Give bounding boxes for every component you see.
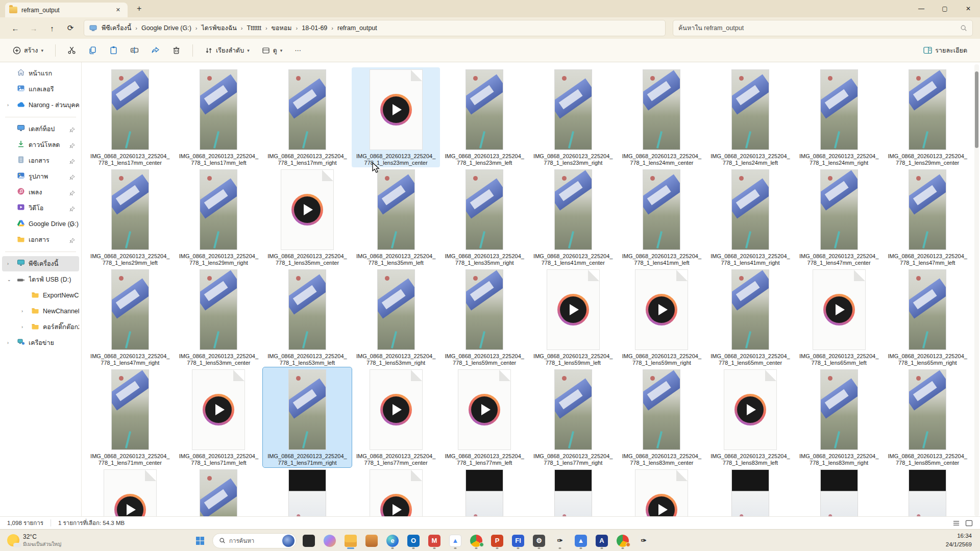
sidebar-item--[interactable]: ›เพลง [2, 185, 79, 200]
file-tile-778_1_lens71mm_right[interactable]: IMG_0868_20260123_225204_778_1_lens71mm_… [263, 367, 352, 467]
copy-button[interactable] [84, 42, 102, 58]
file-tile-778_1_lens83mm_center[interactable]: IMG_0868_20260123_225204_778_1_lens83mm_… [618, 367, 706, 467]
file-tile-778_1_lens23mm_center[interactable]: IMG_0868_20260123_225204_778_1_lens23mm_… [352, 67, 440, 167]
details-pane-button[interactable]: รายละเอียด [919, 42, 972, 59]
file-tile-778_1_lens53mm_center[interactable]: IMG_0868_20260123_225204_778_1_lens53mm_… [175, 267, 263, 367]
file-tile-778_1_lens83mm_left[interactable]: IMG_0868_20260123_225204_778_1_lens83mm_… [706, 367, 795, 467]
chevron-right-icon[interactable]: › [21, 324, 28, 330]
file-tile-778_1_lens53mm_left[interactable]: IMG_0868_20260123_225204_778_1_lens53mm_… [263, 267, 352, 367]
breadcrumb-item[interactable]: ไดรฟ์ของฉัน [198, 21, 240, 35]
sidebar-item-narong-[interactable]: ›Narong - ส่วนบุคคล [2, 97, 79, 113]
back-button[interactable]: ← [7, 20, 23, 36]
sidebar-item--[interactable]: ›เครือข่าย [2, 335, 79, 350]
file-tile-778_1_lens59mm_center[interactable]: IMG_0868_20260123_225204_778_1_lens59mm_… [440, 267, 529, 367]
paste-button[interactable] [105, 42, 122, 58]
file-tile-778_1_lens83mm_right[interactable]: IMG_0868_20260123_225204_778_1_lens83mm_… [795, 367, 884, 467]
file-tile-778_1_lens47mm_left[interactable]: IMG_0868_20260123_225204_778_1_lens47mm_… [883, 167, 972, 267]
sidebar-item--usb-d-[interactable]: ⌄ไดรฟ์ USB (D:) [2, 272, 79, 287]
file-tile-partial[interactable] [529, 467, 618, 516]
tab-close-icon[interactable]: ✕ [113, 6, 124, 14]
file-tile-partial[interactable] [795, 467, 884, 516]
rename-button[interactable]: A [126, 42, 143, 58]
file-tile-778_1_lens41mm_center[interactable]: IMG_0868_20260123_225204_778_1_lens41mm_… [529, 167, 618, 267]
file-tile-778_1_lens65mm_center[interactable]: IMG_0868_20260123_225204_778_1_lens65mm_… [706, 267, 795, 367]
settings-gear-icon[interactable]: ⚙ [530, 532, 548, 549]
sidebar-item-google-drive-g-[interactable]: ›Google Drive (G:) [2, 216, 79, 232]
file-tile-778_1_lens17mm_right[interactable]: IMG_0868_20260123_225204_778_1_lens17mm_… [263, 67, 352, 167]
breadcrumb[interactable]: พีซีเครื่องนี้›Google Drive (G:)›ไดรฟ์ขอ… [84, 20, 666, 36]
chrome-profile-icon[interactable] [614, 532, 631, 549]
sidebar-item-newchannel[interactable]: ›NewChannel [2, 304, 79, 319]
file-tile-778_1_lens29mm_left[interactable]: IMG_0868_20260123_225204_778_1_lens29mm_… [86, 167, 175, 267]
file-tile-778_1_lens23mm_right[interactable]: IMG_0868_20260123_225204_778_1_lens23mm_… [529, 67, 618, 167]
blue-f-app-icon[interactable]: Fl [509, 532, 527, 549]
file-tile-778_1_lens59mm_right[interactable]: IMG_0868_20260123_225204_778_1_lens59mm_… [618, 267, 706, 367]
sidebar-item--[interactable]: ›รูปภาพ [2, 169, 79, 184]
chevron-right-icon[interactable]: › [21, 309, 28, 314]
sidebar-item--[interactable]: ›วิดีโอ [2, 201, 79, 216]
file-tile-778_1_lens23mm_left[interactable]: IMG_0868_20260123_225204_778_1_lens23mm_… [440, 67, 529, 167]
maximize-button[interactable]: ▢ [933, 0, 957, 17]
file-tile-778_1_lens17mm_left[interactable]: IMG_0868_20260123_225204_778_1_lens17mm_… [175, 67, 263, 167]
file-tile-778_1_lens35mm_right[interactable]: IMG_0868_20260123_225204_778_1_lens35mm_… [440, 167, 529, 267]
breadcrumb-item[interactable]: Google Drive (G:) [138, 22, 195, 34]
more-options-button[interactable]: ⋯ [290, 43, 306, 58]
file-tile-778_1_lens85mm_center[interactable]: IMG_0868_20260123_225204_778_1_lens85mm_… [883, 367, 972, 467]
new-button[interactable]: สร้าง ▾ [8, 42, 48, 59]
cut-button[interactable] [63, 42, 81, 58]
quill-pen-icon[interactable]: ✑ [551, 532, 569, 549]
file-tile-partial[interactable] [883, 467, 972, 516]
view-button[interactable]: ดู ▾ [257, 42, 287, 59]
file-tile-778_1_lens17mm_center[interactable]: IMG_0868_20260123_225204_778_1_lens17mm_… [86, 67, 175, 167]
breadcrumb-item[interactable]: 18-01-69 [298, 22, 331, 34]
chevron-right-icon[interactable]: › [7, 340, 13, 345]
chevron-right-icon[interactable]: › [7, 103, 13, 108]
minimize-button[interactable]: — [910, 0, 933, 17]
file-tile-778_1_lens77mm_right[interactable]: IMG_0868_20260123_225204_778_1_lens77mm_… [529, 367, 618, 467]
file-tile-778_1_lens71mm_center[interactable]: IMG_0868_20260123_225204_778_1_lens71mm_… [86, 367, 175, 467]
file-tile-778_1_lens71mm_left[interactable]: IMG_0868_20260123_225204_778_1_lens71mm_… [175, 367, 263, 467]
file-tile-778_1_lens24mm_left[interactable]: IMG_0868_20260123_225204_778_1_lens24mm_… [706, 67, 795, 167]
dark-app-icon[interactable] [300, 532, 317, 549]
powerpoint-icon[interactable]: P [488, 532, 506, 549]
weather-widget[interactable]: 32°C มีเมฆเป็นส่วนใหญ่ [0, 533, 68, 548]
start-button[interactable] [191, 532, 209, 549]
file-tile-partial[interactable] [175, 467, 263, 516]
file-tile-partial[interactable] [706, 467, 795, 516]
sidebar-item--[interactable]: ›พีซีเครื่องนี้ [2, 256, 79, 271]
sort-button[interactable]: เรียงลำดับ ▾ [200, 42, 254, 59]
breadcrumb-item[interactable]: ขอหอม [268, 21, 296, 35]
breadcrumb-item[interactable]: Ttttttt [243, 22, 264, 34]
file-tile-778_1_lens24mm_center[interactable]: IMG_0868_20260123_225204_778_1_lens24mm_… [618, 67, 706, 167]
chrome-icon[interactable] [468, 532, 485, 549]
new-tab-button[interactable]: + [133, 4, 145, 13]
delete-button[interactable] [167, 42, 185, 58]
file-tile-778_1_lens77mm_left[interactable]: IMG_0868_20260123_225204_778_1_lens77mm_… [440, 367, 529, 467]
file-tile-778_1_lens65mm_left[interactable]: IMG_0868_20260123_225204_778_1_lens65mm_… [795, 267, 884, 367]
file-tile-partial[interactable] [440, 467, 529, 516]
file-tile-778_1_lens53mm_right[interactable]: IMG_0868_20260123_225204_778_1_lens53mm_… [352, 267, 440, 367]
quill-pen-2-icon[interactable]: ✑ [635, 532, 652, 549]
file-tile-778_1_lens41mm_right[interactable]: IMG_0868_20260123_225204_778_1_lens41mm_… [706, 167, 795, 267]
forward-button[interactable]: → [26, 20, 42, 36]
google-drive-icon[interactable]: ▲ [447, 532, 464, 549]
details-view-icon[interactable] [952, 520, 960, 527]
edge-icon[interactable]: e [384, 532, 401, 549]
navy-a-app-icon[interactable]: A [593, 532, 610, 549]
explorer-search-input[interactable]: ค้นหาใน refram_output [673, 20, 973, 36]
close-button[interactable]: ✕ [957, 0, 980, 17]
sidebar-item--[interactable]: ›หน้าแรก [2, 66, 79, 81]
share-button[interactable] [146, 42, 164, 58]
file-tile-778_1_lens35mm_left[interactable]: IMG_0868_20260123_225204_778_1_lens35mm_… [352, 167, 440, 267]
file-tile-778_1_lens29mm_center[interactable]: IMG_0868_20260123_225204_778_1_lens29mm_… [883, 67, 972, 167]
sidebar-item--[interactable]: ›เอกสาร [2, 153, 79, 168]
copilot-icon[interactable] [321, 532, 338, 549]
sidebar-item--[interactable]: ›ดาวน์โหลด [2, 137, 79, 153]
sidebar-item--[interactable]: ›แกลเลอรี [2, 82, 79, 97]
file-tile-778_1_lens77mm_center[interactable]: IMG_0868_20260123_225204_778_1_lens77mm_… [352, 367, 440, 467]
file-tile-778_1_lens24mm_right[interactable]: IMG_0868_20260123_225204_778_1_lens24mm_… [795, 67, 884, 167]
clock[interactable]: 16:34 24/1/2569 [938, 532, 980, 548]
file-tile-778_1_lens29mm_right[interactable]: IMG_0868_20260123_225204_778_1_lens29mm_… [175, 167, 263, 267]
file-tile-778_1_lens41mm_left[interactable]: IMG_0868_20260123_225204_778_1_lens41mm_… [618, 167, 706, 267]
sidebar-item-exportnewchanel[interactable]: ›ExportNewChanel [2, 288, 79, 303]
